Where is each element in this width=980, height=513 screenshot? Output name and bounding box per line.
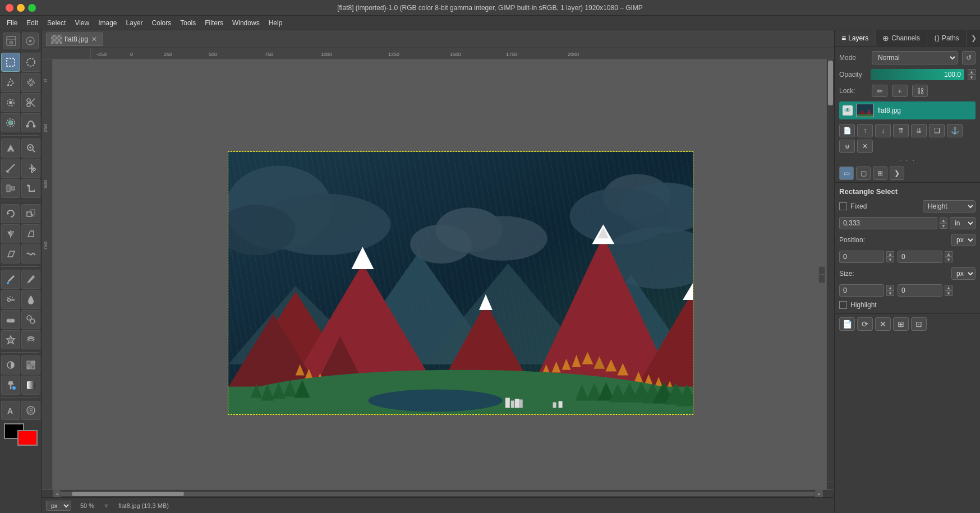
tool-smudge[interactable] [21, 330, 40, 349]
tool-from-selection-btn[interactable]: ⊞ [873, 167, 887, 180]
size-h-input[interactable] [898, 284, 942, 297]
duplicate-layer-button[interactable]: ❑ [929, 124, 945, 137]
tool-erase[interactable] [1, 310, 20, 329]
tool-expand-btn[interactable]: ❯ [890, 167, 904, 180]
tool-airbrush[interactable] [1, 290, 20, 309]
tab-paths[interactable]: ⟨⟩ Paths [927, 30, 967, 46]
tool-pattern[interactable] [21, 355, 40, 375]
panel-reset-button[interactable]: ⟳ [857, 317, 873, 331]
canvas-viewport[interactable]: ⋯ [53, 59, 834, 489]
menu-view[interactable]: View [70, 17, 94, 29]
opacity-spinner[interactable]: ▲ ▼ [968, 69, 976, 80]
tool-bucket-fill[interactable] [1, 376, 20, 395]
lock-position-button[interactable]: ⛓ [912, 85, 928, 97]
tool-rect-select[interactable] [1, 53, 20, 72]
position-unit[interactable]: px in [951, 234, 976, 246]
menu-filters[interactable]: Filters [200, 17, 228, 29]
tool-rect-select-btn[interactable]: ▭ [839, 167, 854, 180]
raise-layer-button[interactable]: ↑ [857, 124, 873, 137]
tool-fuzzy-select[interactable] [21, 73, 40, 92]
menu-image[interactable]: Image [94, 17, 121, 29]
opacity-up[interactable]: ▲ [968, 69, 976, 75]
tool-move[interactable]: ✛ [21, 159, 40, 178]
tool-ink[interactable] [21, 290, 40, 309]
menu-tools[interactable]: Tools [176, 17, 200, 29]
menu-windows[interactable]: Windows [228, 17, 264, 29]
menu-help[interactable]: Help [264, 17, 287, 29]
size-w-down[interactable]: ▼ [886, 290, 894, 296]
tab-channels[interactable]: ⊕ Channels [876, 30, 927, 46]
constraint-value-input[interactable] [839, 217, 937, 229]
size-h-up[interactable]: ▲ [945, 285, 953, 290]
lock-pixels-button[interactable]: ✏ [872, 85, 887, 97]
tool-pencil[interactable] [21, 270, 40, 289]
pos-x-down[interactable]: ▼ [886, 257, 894, 262]
constraint-unit[interactable]: in px cm [950, 217, 976, 229]
panel-delete-button[interactable]: ✕ [875, 317, 891, 331]
opacity-bar[interactable]: 100,0 [871, 69, 964, 80]
size-h-spinner[interactable]: ▲ ▼ [945, 285, 953, 296]
pos-x-spinner[interactable]: ▲ ▼ [886, 251, 894, 262]
constraint-up[interactable]: ▲ [940, 218, 947, 223]
tool-flip[interactable] [1, 224, 20, 243]
size-w-up[interactable]: ▲ [886, 285, 894, 290]
refresh-button[interactable]: ↺ [962, 51, 976, 64]
image-close-button[interactable]: ✕ [90, 35, 98, 43]
menu-colors[interactable]: Colors [148, 17, 176, 29]
tab-layers[interactable]: ≡ Layers [835, 30, 876, 46]
canvas-image[interactable] [228, 151, 693, 415]
lower-layer-button[interactable]: ↓ [875, 124, 891, 137]
tool-foreground-select[interactable] [1, 113, 20, 132]
tool-zoom[interactable] [21, 138, 40, 158]
lock-alpha-button[interactable]: + [892, 85, 908, 97]
menu-file[interactable]: File [2, 17, 22, 29]
tool-measure[interactable] [1, 159, 20, 178]
pos-y-up[interactable]: ▲ [945, 251, 953, 257]
tool-text[interactable]: A [1, 401, 20, 420]
hscroll-track[interactable] [61, 492, 815, 496]
to-bottom-button[interactable]: ⇊ [911, 124, 927, 137]
window-controls[interactable] [6, 4, 36, 12]
tool-ellipse-select[interactable] [21, 53, 40, 72]
minimize-button[interactable] [17, 4, 25, 12]
tool-scale[interactable] [21, 204, 40, 223]
panel-expand-button[interactable]: ❯ [967, 32, 980, 44]
close-button[interactable] [6, 4, 13, 12]
tool-warp[interactable] [21, 244, 40, 264]
fixed-checkbox[interactable] [839, 202, 847, 210]
tool-dodge-burn[interactable] [1, 355, 20, 375]
background-color[interactable] [17, 430, 38, 446]
tool-shear[interactable] [1, 244, 20, 264]
mode-select[interactable]: Normal Multiply Screen [872, 51, 958, 64]
delete-layer-button[interactable]: ✕ [857, 140, 873, 153]
tool-round-rect-btn[interactable]: ▢ [856, 167, 871, 180]
tool-perspective[interactable] [21, 224, 40, 243]
vscroll-thumb[interactable] [828, 61, 833, 105]
tool-color-picker[interactable] [1, 138, 20, 158]
pos-x-input[interactable] [839, 251, 884, 263]
tool-heal[interactable] [1, 330, 20, 349]
layer-visibility-toggle[interactable]: 👁 [843, 105, 853, 115]
unit-select[interactable]: px in cm [46, 501, 71, 511]
panel-from-selection[interactable]: ⊞ [893, 317, 909, 331]
menu-edit[interactable]: Edit [22, 17, 43, 29]
device-status-icon[interactable] [22, 33, 39, 49]
tool-free-select[interactable] [1, 73, 20, 92]
tool-paint[interactable] [1, 270, 20, 289]
menu-layer[interactable]: Layer [122, 17, 148, 29]
size-h-down[interactable]: ▼ [945, 290, 953, 296]
layer-item[interactable]: 👁 flat8.jpg [839, 101, 976, 119]
hscroll-bar[interactable]: ◂ ▸ [42, 489, 834, 497]
hscroll-thumb[interactable] [72, 492, 184, 496]
tool-scissors-select[interactable] [21, 93, 40, 112]
pos-y-spinner[interactable]: ▲ ▼ [945, 251, 953, 262]
pos-y-down[interactable]: ▼ [945, 257, 953, 262]
to-top-button[interactable]: ⇈ [893, 124, 909, 137]
collapse-panel-button[interactable]: ⋯ [818, 266, 825, 283]
size-w-spinner[interactable]: ▲ ▼ [886, 285, 894, 296]
vscroll-bar[interactable] [826, 59, 834, 482]
tool-options-icon[interactable] [3, 33, 20, 49]
panel-to-selection[interactable]: ⊡ [911, 317, 927, 331]
opacity-down[interactable]: ▼ [968, 75, 976, 80]
tool-blend[interactable] [21, 376, 40, 395]
